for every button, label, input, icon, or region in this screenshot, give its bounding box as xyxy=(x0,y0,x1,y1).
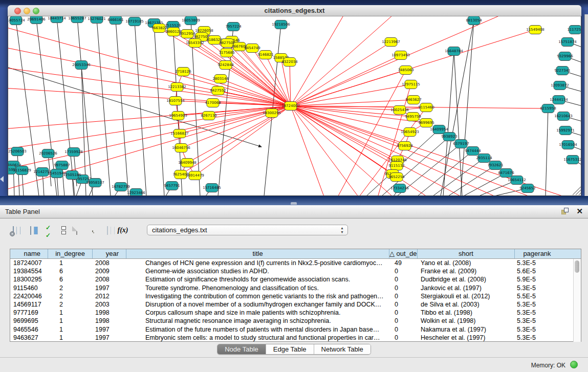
graph-node[interactable]: 16046756 xyxy=(172,144,190,152)
graph-node[interactable]: 9756928 xyxy=(397,142,412,150)
column-header-year[interactable]: year xyxy=(93,249,126,258)
graph-node[interactable]: 9115132 xyxy=(388,162,404,170)
graph-node[interactable]: 15751874 xyxy=(558,38,577,47)
graph-node[interactable]: 16648784 xyxy=(445,47,463,56)
graph-node[interactable]: 7957224 xyxy=(225,23,242,31)
graph-node[interactable]: 12923466 xyxy=(127,189,145,196)
row-height-button[interactable] xyxy=(57,224,70,237)
graph-node[interactable]: 1117254 xyxy=(567,26,581,34)
graph-node[interactable]: 2935114 xyxy=(476,154,492,163)
table-row[interactable]: 946362711997Embryonic stem cells: a mode… xyxy=(10,334,581,342)
graph-node[interactable]: 9242848 xyxy=(217,61,233,70)
column-header-title[interactable]: title xyxy=(126,249,389,258)
graph-node[interactable]: 8427552 xyxy=(210,86,226,95)
tab-edge-table[interactable]: Edge Table xyxy=(266,344,314,354)
graph-node[interactable]: 15276021 xyxy=(88,16,106,24)
table-row[interactable]: 969969511998Structural magnetic resonanc… xyxy=(10,317,581,325)
graph-node[interactable]: 20691406 xyxy=(27,16,46,24)
graph-node[interactable]: 8813054 xyxy=(466,16,482,25)
graph-node[interactable]: 3175685 xyxy=(219,49,234,57)
table-body[interactable]: 1872400712008Changes of HCN gene express… xyxy=(10,259,581,342)
column-header-name[interactable]: name xyxy=(10,249,48,258)
window-titlebar[interactable]: citations_edges.txt xyxy=(8,5,581,16)
delete-trash-button[interactable] xyxy=(86,224,98,237)
resize-grip[interactable] xyxy=(573,187,581,195)
graph-node[interactable]: 9495759 xyxy=(405,113,421,121)
graph-node[interactable]: 16782759 xyxy=(112,183,130,191)
table-settings-button[interactable] xyxy=(7,224,19,237)
network-canvas[interactable]: 1405572420691406184437141065528715276021… xyxy=(8,16,581,196)
graph-node[interactable]: 17334216 xyxy=(390,184,409,193)
graph-node[interactable]: 8267130 xyxy=(201,112,216,120)
function-builder-button[interactable]: f(x) xyxy=(117,224,129,237)
graph-node[interactable]: 9227341 xyxy=(554,67,570,75)
panel-divider[interactable] xyxy=(0,196,588,205)
graph-node[interactable]: 8912954 xyxy=(179,30,195,38)
graph-node[interactable]: 12444134 xyxy=(550,96,568,104)
graph-node[interactable]: 12975115 xyxy=(402,80,420,89)
graph-node[interactable]: 7932621 xyxy=(487,161,503,170)
table-row[interactable]: 977716911998Corpus callosum shape and si… xyxy=(10,309,581,317)
network-canvas-wrap[interactable]: 1405572420691406184437141065528715276021… xyxy=(8,16,581,196)
graph-node[interactable]: 9938923 xyxy=(441,133,457,141)
graph-node[interactable]: 17359928 xyxy=(64,148,83,157)
graph-node[interactable]: 10719185 xyxy=(125,17,144,26)
graph-node[interactable]: 15992971 xyxy=(556,126,575,135)
graph-node[interactable]: 9245652 xyxy=(519,184,535,193)
graph-node[interactable]: 11549408 xyxy=(526,26,545,34)
new-document-button[interactable] xyxy=(71,224,83,237)
select-all-checks-button[interactable]: ✓✓ xyxy=(42,224,54,237)
table-header-row[interactable]: namein_degreeyeartitle△ out_de…shortpage… xyxy=(10,249,581,259)
show-columns-button[interactable] xyxy=(25,224,37,237)
graph-node[interactable]: 9463627 xyxy=(405,96,421,104)
table-row[interactable]: 2242004622012Investigating the contribut… xyxy=(10,292,581,300)
column-header-short[interactable]: short xyxy=(418,249,515,258)
graph-node[interactable]: 2718126 xyxy=(175,68,191,76)
graph-node[interactable]: 9699695 xyxy=(418,119,434,127)
graph-node[interactable]: 12213967 xyxy=(382,38,400,47)
graph-node[interactable]: 9474444 xyxy=(465,147,481,156)
graph-node[interactable]: 17016504 xyxy=(559,141,577,149)
column-header-out_de[interactable]: △ out_de… xyxy=(389,249,418,258)
graph-node[interactable]: 20206526 xyxy=(39,149,57,158)
graph-node[interactable]: 14055724 xyxy=(8,16,25,25)
vertical-scrollbar[interactable] xyxy=(573,259,581,342)
graph-node[interactable]: 12093872 xyxy=(551,81,569,90)
graph-node[interactable]: 19218506 xyxy=(272,20,290,29)
table-row[interactable]: 1456911722003Disruption of a novel membe… xyxy=(10,300,581,309)
graph-node[interactable]: 9146821 xyxy=(257,51,273,59)
tab-node-table[interactable]: Node Table xyxy=(217,344,266,354)
graph-node[interactable]: 18107554 xyxy=(166,97,185,105)
graph-node[interactable]: 6466161 xyxy=(107,16,123,25)
graph-node[interactable]: 16409948 xyxy=(178,159,197,167)
graph-node[interactable]: 9975887 xyxy=(54,161,70,170)
table-row[interactable]: 911546021997Tourette syndrome. Phenomeno… xyxy=(10,284,581,292)
graph-node[interactable]: 10655287 xyxy=(68,16,86,23)
graph-node[interactable]: 18300295 xyxy=(263,109,281,118)
graph-node[interactable]: 7663822 xyxy=(151,24,167,33)
column-header-pagerank[interactable]: pagerank xyxy=(515,249,559,258)
graph-node[interactable]: 16210643 xyxy=(554,112,573,121)
scrollbar-thumb[interactable] xyxy=(575,260,579,273)
panel-collapse-arrow-icon[interactable] xyxy=(0,176,4,182)
graph-node[interactable]: 9652254 xyxy=(388,173,405,182)
graph-node[interactable]: 9115460 xyxy=(418,103,434,112)
table-row[interactable]: 1830029562008Estimation of significance … xyxy=(10,275,581,283)
column-header-in_degree[interactable]: in_degree xyxy=(48,249,93,258)
graph-node[interactable]: 4170068 xyxy=(205,99,221,107)
table-row[interactable]: 946554611997Estimation of the future num… xyxy=(10,325,581,334)
graph-node[interactable]: 9457791 xyxy=(164,182,180,190)
graph-node[interactable]: 8454749 xyxy=(244,44,260,53)
close-panel-button[interactable]: ✕ xyxy=(576,207,583,216)
graph-node[interactable]: 18443714 xyxy=(48,16,66,23)
graph-node[interactable]: 7485063 xyxy=(398,66,413,75)
table-row[interactable]: 1872400712008Changes of HCN gene express… xyxy=(10,259,581,267)
graph-node[interactable]: 6379197 xyxy=(453,140,469,148)
divider-knob[interactable] xyxy=(291,202,297,205)
graph-node[interactable]: 8322034 xyxy=(281,58,298,67)
graph-node[interactable]: 9329966 xyxy=(557,52,573,61)
table-row[interactable]: 1938455462009Genome-wide association stu… xyxy=(10,267,581,275)
graph-node[interactable]: 11675312 xyxy=(563,156,581,164)
graph-node[interactable]: 10654923 xyxy=(401,128,419,137)
graph-node[interactable]: 16053809 xyxy=(182,16,200,25)
